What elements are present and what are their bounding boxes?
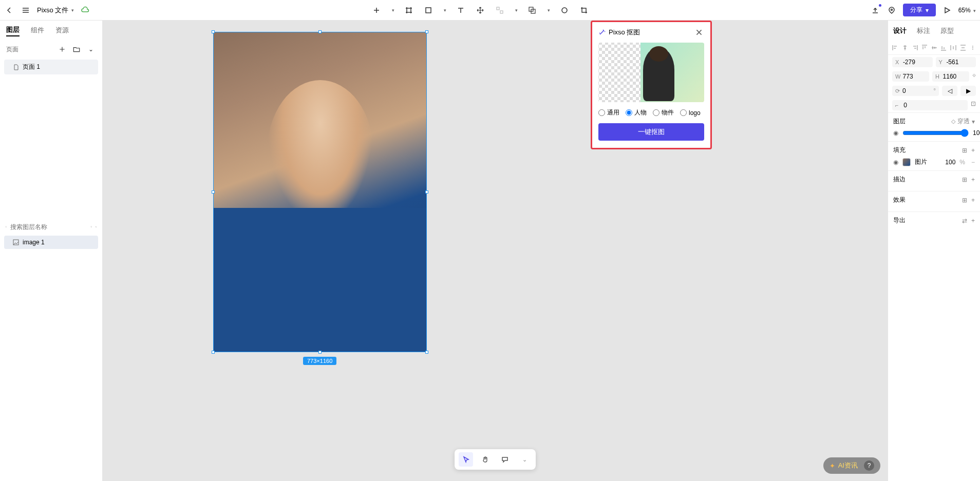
- more-tools-icon[interactable]: ⌄: [517, 452, 532, 467]
- chevron-down-icon[interactable]: ⌄: [86, 44, 96, 54]
- tab-design[interactable]: 设计: [893, 26, 907, 35]
- flip-v-icon[interactable]: ▶: [966, 87, 971, 94]
- distribute-h-icon[interactable]: [949, 43, 958, 52]
- radius-input[interactable]: [903, 102, 965, 109]
- blend-mode-label: 穿透: [957, 117, 970, 126]
- y-input[interactable]: [946, 59, 973, 66]
- blend-mode-select[interactable]: ◇ 穿透 ▾: [951, 117, 975, 126]
- canvas[interactable]: 773×1160 ⌄ Pixso 抠图: [103, 21, 888, 481]
- align-vcenter-icon[interactable]: [930, 43, 938, 52]
- add-icon[interactable]: [371, 5, 382, 15]
- chevron-down-icon[interactable]: ▾: [444, 8, 446, 13]
- layer-item[interactable]: image 1: [4, 236, 98, 249]
- search-input[interactable]: [10, 223, 87, 230]
- remove-fill-icon[interactable]: −: [971, 159, 975, 166]
- move-tool-icon[interactable]: [475, 5, 485, 15]
- add-export-icon[interactable]: +: [971, 217, 975, 224]
- style-icon[interactable]: ⊞: [962, 197, 967, 204]
- add-fill-icon[interactable]: +: [971, 147, 975, 154]
- resize-handle[interactable]: [212, 30, 215, 33]
- svg-point-6: [891, 9, 892, 10]
- radio-person[interactable]: 人物: [626, 108, 647, 117]
- component-tool-icon[interactable]: [495, 5, 505, 15]
- settings-icon[interactable]: [95, 223, 97, 230]
- cutout-title: Pixso 抠图: [609, 28, 640, 37]
- resize-handle[interactable]: [425, 351, 428, 354]
- tab-prototype[interactable]: 原型: [940, 26, 954, 35]
- tab-layers[interactable]: 图层: [6, 25, 20, 36]
- zoom-level[interactable]: 65% ▾: [958, 7, 976, 14]
- corners-icon[interactable]: ⊡: [971, 100, 976, 110]
- radio-general[interactable]: 通用: [598, 108, 619, 117]
- frame-icon[interactable]: [404, 5, 414, 15]
- tab-components[interactable]: 组件: [31, 26, 44, 36]
- chevron-down-icon[interactable]: ▾: [392, 8, 394, 13]
- hand-tool-icon[interactable]: [478, 452, 493, 467]
- fill-section-label: 填充: [893, 146, 906, 155]
- align-more-icon[interactable]: ⁝: [968, 43, 977, 52]
- rotation-input[interactable]: [902, 87, 931, 94]
- radio-object[interactable]: 物件: [653, 108, 674, 117]
- close-icon[interactable]: [694, 27, 704, 37]
- top-toolbar: Pixso 文件 ▾ ▾ ▾: [0, 0, 980, 21]
- add-page-icon[interactable]: [57, 44, 67, 54]
- w-input[interactable]: [903, 73, 926, 80]
- flip-h-icon[interactable]: ◁: [948, 87, 952, 94]
- fill-swatch[interactable]: [902, 158, 911, 166]
- h-input[interactable]: [943, 73, 966, 80]
- back-icon[interactable]: [4, 5, 14, 15]
- align-left-icon[interactable]: [891, 43, 900, 52]
- export-settings-icon[interactable]: ⇄: [962, 217, 967, 224]
- dimension-badge: 773×1160: [303, 357, 336, 365]
- selection-frame[interactable]: [213, 32, 427, 352]
- radio-logo[interactable]: logo: [680, 108, 701, 117]
- cloud-sync-icon[interactable]: [80, 5, 90, 15]
- location-icon[interactable]: [887, 5, 897, 15]
- watermark: ✦ AI资讯 ?: [823, 457, 880, 474]
- ellipse-tool-icon[interactable]: [559, 5, 570, 15]
- style-icon[interactable]: ⊞: [962, 147, 967, 154]
- page-item[interactable]: 页面 1: [4, 60, 98, 74]
- rect-tool-icon[interactable]: [423, 5, 434, 15]
- layer-item-label: image 1: [23, 239, 45, 246]
- constrain-icon[interactable]: ⟐: [972, 71, 976, 82]
- upload-icon[interactable]: [870, 5, 880, 15]
- align-toolbar: ⁝: [888, 41, 980, 55]
- resize-handle[interactable]: [318, 30, 322, 33]
- resize-handle[interactable]: [425, 30, 428, 33]
- distribute-v-icon[interactable]: [958, 43, 967, 52]
- resize-handle[interactable]: [212, 190, 215, 194]
- play-icon[interactable]: [942, 5, 952, 15]
- opacity-slider[interactable]: [902, 129, 969, 137]
- style-icon[interactable]: ⊞: [962, 176, 967, 183]
- svg-rect-1: [497, 7, 499, 10]
- align-hcenter-icon[interactable]: [901, 43, 910, 52]
- tab-annotate[interactable]: 标注: [917, 26, 930, 35]
- x-input[interactable]: [903, 59, 930, 66]
- align-top-icon[interactable]: [920, 43, 929, 52]
- resize-handle[interactable]: [318, 351, 322, 354]
- crop-tool-icon[interactable]: [579, 5, 589, 15]
- align-bottom-icon[interactable]: [939, 43, 948, 52]
- share-button[interactable]: 分享 ▾: [903, 4, 936, 16]
- folder-icon[interactable]: [71, 44, 82, 54]
- chevron-down-icon[interactable]: ▾: [515, 8, 518, 13]
- comment-tool-icon[interactable]: [498, 452, 512, 467]
- resize-handle[interactable]: [212, 351, 215, 354]
- file-name[interactable]: Pixso 文件 ▾: [37, 6, 74, 15]
- fill-visibility-icon[interactable]: ◉: [893, 159, 898, 166]
- export-section-label: 导出: [893, 216, 906, 225]
- text-tool-icon[interactable]: [456, 5, 466, 15]
- resize-handle[interactable]: [425, 190, 428, 194]
- visibility-icon[interactable]: ◉: [893, 129, 898, 137]
- align-right-icon[interactable]: [911, 43, 919, 52]
- add-effect-icon[interactable]: +: [971, 197, 975, 204]
- chevron-down-icon[interactable]: ▾: [548, 8, 550, 13]
- tab-assets[interactable]: 资源: [55, 26, 69, 36]
- cutout-button[interactable]: 一键抠图: [598, 123, 704, 141]
- pointer-tool-icon[interactable]: [459, 452, 473, 467]
- boolean-tool-icon[interactable]: [527, 5, 537, 15]
- filter-icon[interactable]: [90, 223, 92, 230]
- menu-icon[interactable]: [21, 5, 31, 15]
- add-stroke-icon[interactable]: +: [971, 176, 975, 183]
